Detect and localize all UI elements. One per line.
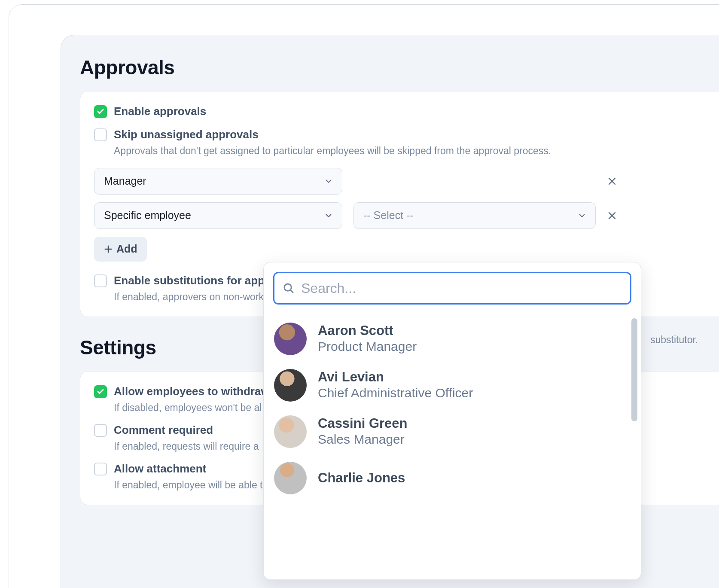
approver-type-value-1: Manager <box>104 175 146 187</box>
avatar <box>274 323 307 355</box>
add-approver-button[interactable]: Add <box>94 237 147 262</box>
attach-checkbox[interactable] <box>94 463 107 475</box>
skip-unassigned-label: Skip unassigned approvals <box>114 128 719 142</box>
skip-unassigned-desc: Approvals that don't get assigned to par… <box>114 144 719 158</box>
employee-role: Product Manager <box>318 338 631 355</box>
remove-approver-2-button[interactable] <box>607 210 617 221</box>
substitutions-trail-text: substitutor. <box>650 334 698 346</box>
employee-name: Cassini Green <box>318 416 631 431</box>
employee-item[interactable]: Avi Levian Chief Administrative Officer <box>273 362 631 408</box>
skip-unassigned-row: Skip unassigned approvals Approvals that… <box>94 128 719 158</box>
comment-checkbox[interactable] <box>94 424 107 437</box>
dropdown-scrollbar[interactable] <box>631 318 637 421</box>
withdraw-checkbox[interactable] <box>94 385 107 398</box>
employee-name: Charlie Jones <box>318 470 631 486</box>
skip-unassigned-checkbox[interactable] <box>94 128 107 141</box>
chevron-down-icon <box>324 211 333 220</box>
remove-approver-1-button[interactable] <box>607 176 617 186</box>
employee-item[interactable]: Aaron Scott Product Manager <box>273 316 631 362</box>
avatar <box>274 369 307 402</box>
employee-name: Aaron Scott <box>318 323 631 338</box>
search-wrap <box>273 272 631 305</box>
approver-row-1: Manager <box>94 168 719 195</box>
employee-search-input[interactable] <box>301 280 622 296</box>
employee-select[interactable]: -- Select -- <box>353 202 596 229</box>
add-button-label: Add <box>116 243 137 255</box>
approver-row-2: Specific employee -- Select -- <box>94 202 719 229</box>
enable-approvals-checkbox[interactable] <box>94 105 107 118</box>
approver-type-select-1[interactable]: Manager <box>94 168 342 195</box>
chevron-down-icon <box>577 211 587 220</box>
employee-dropdown: Aaron Scott Product Manager Avi Levian C… <box>263 262 641 580</box>
approver-type-value-2: Specific employee <box>104 209 191 222</box>
enable-approvals-row: Enable approvals <box>94 104 719 119</box>
avatar <box>274 462 307 494</box>
approver-type-select-2[interactable]: Specific employee <box>94 202 342 229</box>
employee-select-placeholder: -- Select -- <box>363 209 414 222</box>
employee-item[interactable]: Cassini Green Sales Manager <box>273 408 631 455</box>
chevron-down-icon <box>324 177 333 186</box>
substitutions-checkbox[interactable] <box>94 274 107 287</box>
avatar <box>274 415 307 448</box>
employee-list: Aaron Scott Product Manager Avi Levian C… <box>273 316 631 569</box>
approvals-title: Approvals <box>80 56 719 79</box>
employee-item[interactable]: Charlie Jones <box>273 455 631 501</box>
employee-role: Chief Administrative Officer <box>318 385 631 401</box>
employee-name: Avi Levian <box>318 369 631 385</box>
enable-approvals-label: Enable approvals <box>114 104 719 119</box>
search-icon <box>282 282 295 295</box>
employee-role: Sales Manager <box>318 431 631 448</box>
svg-line-7 <box>290 290 293 292</box>
plus-icon <box>104 244 113 254</box>
